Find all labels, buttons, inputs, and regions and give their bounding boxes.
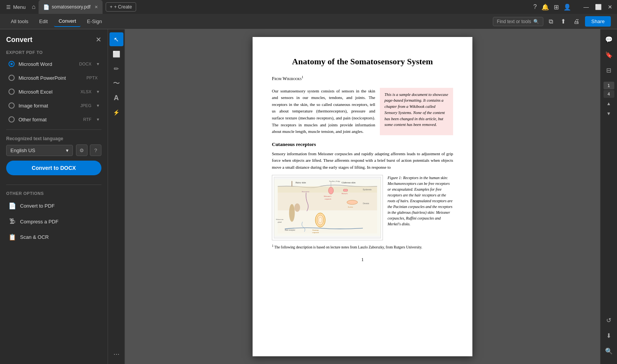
print-tool-button[interactable]: 🖨 <box>571 17 582 27</box>
image-ext: JPEG <box>80 103 91 108</box>
image-label: Image format <box>19 103 76 109</box>
share-button[interactable]: Share <box>585 16 611 27</box>
compress-pdf-label: Compress a PDF <box>20 219 59 225</box>
hamburger-icon: ☰ <box>6 4 11 10</box>
window-controls: — ⬜ ✕ <box>582 2 614 12</box>
word-label: Microsoft Word <box>19 61 75 67</box>
powerpoint-radio[interactable] <box>8 75 15 81</box>
menu-button[interactable]: ☰ Menu <box>3 3 29 12</box>
download-button[interactable]: ⬇ <box>602 329 616 342</box>
scan-ocr-option[interactable]: 📋 Scan & OCR <box>2 230 105 245</box>
format-word[interactable]: Microsoft Word DOCX ▾ <box>2 57 105 70</box>
svg-text:Epidermis: Epidermis <box>363 188 372 190</box>
home-icon[interactable]: ⌂ <box>32 3 36 10</box>
other-label: Other format <box>19 117 79 122</box>
close-button[interactable]: ✕ <box>606 2 614 12</box>
svg-text:Pacinian: Pacinian <box>312 229 319 231</box>
zoom-button[interactable]: 🔍 <box>602 344 616 358</box>
maximize-button[interactable]: ⬜ <box>593 2 603 12</box>
minimize-button[interactable]: — <box>582 2 590 12</box>
divider-2 <box>6 185 101 185</box>
current-page-badge: 1 <box>604 82 614 89</box>
svg-text:Meissner's: Meissner's <box>324 195 332 197</box>
svg-point-11 <box>294 203 300 211</box>
profile-icon[interactable]: 👤 <box>563 3 571 11</box>
scroll-up-button[interactable]: ▲ <box>604 99 614 108</box>
panel-close-button[interactable]: ✕ <box>96 35 101 44</box>
format-powerpoint[interactable]: Microsoft PowerPoint PPTX <box>2 71 105 84</box>
menu-edit[interactable]: Edit <box>35 16 52 27</box>
lang-help-button[interactable]: ? <box>90 144 101 156</box>
svg-text:Hairy skin: Hairy skin <box>295 181 306 184</box>
other-radio[interactable] <box>8 116 15 122</box>
image-radio[interactable] <box>8 102 15 109</box>
lang-select[interactable]: English US ▾ <box>6 145 73 156</box>
panel-header: Convert ✕ <box>0 29 108 47</box>
tab-close-button[interactable]: ✕ <box>94 5 98 10</box>
scroll-down-button[interactable]: ▼ <box>604 109 614 118</box>
notifications-icon[interactable]: 🔔 <box>541 3 549 11</box>
format-image[interactable]: Image format JPEG ▾ <box>2 99 105 112</box>
lang-selected-label: English US <box>10 148 35 153</box>
lang-settings-button[interactable]: ⚙ <box>76 144 88 156</box>
comments-button[interactable]: 💬 <box>602 32 616 46</box>
help-icon[interactable]: ? <box>533 3 537 10</box>
excel-radio[interactable] <box>8 89 15 95</box>
svg-text:Glabrous skin: Glabrous skin <box>342 181 356 184</box>
svg-text:Dermis: Dermis <box>363 202 369 204</box>
highlight-tool-button[interactable]: ✏ <box>110 62 123 75</box>
word-radio[interactable] <box>8 61 15 67</box>
menu-convert[interactable]: Convert <box>54 16 81 27</box>
image-chevron-icon: ▾ <box>97 103 99 108</box>
scan-ocr-icon: 📋 <box>8 233 16 241</box>
format-other[interactable]: Other format RTF ▾ <box>2 113 105 126</box>
create-button[interactable]: + + Create <box>106 2 136 12</box>
page-navigation: 1 4 <box>604 82 614 98</box>
pdf-viewer[interactable]: Anatomy of the Somatosensory System From… <box>125 29 600 364</box>
svg-text:corpuscle: corpuscle <box>312 231 319 233</box>
svg-text:Ruffini: Ruffini <box>348 206 353 208</box>
svg-text:Sebaceous: Sebaceous <box>276 218 284 220</box>
text-tool-button[interactable]: A <box>110 91 123 105</box>
pdf-page: Anatomy of the Somatosensory System From… <box>253 37 472 356</box>
lang-section-label: Recognized text language <box>6 136 101 141</box>
image-select-tool-button[interactable]: ⬜ <box>110 47 123 61</box>
compress-pdf-option[interactable]: 🗜 Compress a PDF <box>2 214 105 229</box>
word-ext: DOCX <box>79 62 91 66</box>
find-tools-label: Find text or tools <box>497 19 531 24</box>
convert-pdf-icon: 📄 <box>8 202 16 210</box>
compress-pdf-icon: 🗜 <box>8 218 16 225</box>
find-tools-button[interactable]: Find text or tools 🔍 <box>493 17 544 26</box>
menu-all-tools[interactable]: All tools <box>6 16 33 27</box>
convert-panel: Convert ✕ EXPORT PDF TO Microsoft Word D… <box>0 29 108 364</box>
lang-icons: ⚙ ? <box>76 144 101 156</box>
apps-icon[interactable]: ⊞ <box>554 3 559 11</box>
scan-ocr-label: Scan & OCR <box>20 234 49 240</box>
tab-filename: somatosensory.pdf <box>52 4 91 10</box>
pdf-figure-caption: Figure 1: Receptors in the human skin: M… <box>388 175 453 240</box>
save-tool-button[interactable]: ⬆ <box>558 16 568 27</box>
signature-tool-button[interactable]: 〜 <box>110 76 123 90</box>
format-excel[interactable]: Microsoft Excel XLSX ▾ <box>2 85 105 98</box>
excel-ext: XLSX <box>81 89 91 94</box>
bookmarks-button[interactable]: 🔖 <box>602 48 616 62</box>
pdf-tab[interactable]: 📄 somatosensory.pdf ✕ <box>39 0 103 14</box>
search-icon: 🔍 <box>533 19 539 24</box>
menu-label: Menu <box>13 4 26 10</box>
convert-to-pdf-option[interactable]: 📄 Convert to PDF <box>2 198 105 213</box>
svg-point-20 <box>347 200 358 204</box>
convert-to-docx-button[interactable]: Convert to DOCX <box>6 161 101 175</box>
compare-tool-button[interactable]: ⧉ <box>546 17 555 27</box>
refresh-button[interactable]: ↺ <box>602 313 616 327</box>
svg-point-15 <box>329 187 334 194</box>
pdf-intro-text: Our somatosensory system consists of sen… <box>272 88 375 135</box>
svg-text:corpuscle: corpuscle <box>325 198 332 200</box>
stamp-tool-button[interactable]: ⚡ <box>110 106 123 119</box>
more-tools-button[interactable]: ⋯ <box>110 347 123 361</box>
pdf-figure-row: Hairy skin Glabrous skin Epidermis Dermi… <box>272 175 453 240</box>
menu-esign[interactable]: E-Sign <box>82 16 106 27</box>
pages-button[interactable]: ⊟ <box>602 63 616 77</box>
right-panel-bottom: ↺ ⬇ 🔍 <box>602 313 616 361</box>
select-tool-button[interactable]: ↖ <box>110 32 123 46</box>
powerpoint-label: Microsoft PowerPoint <box>19 75 83 81</box>
